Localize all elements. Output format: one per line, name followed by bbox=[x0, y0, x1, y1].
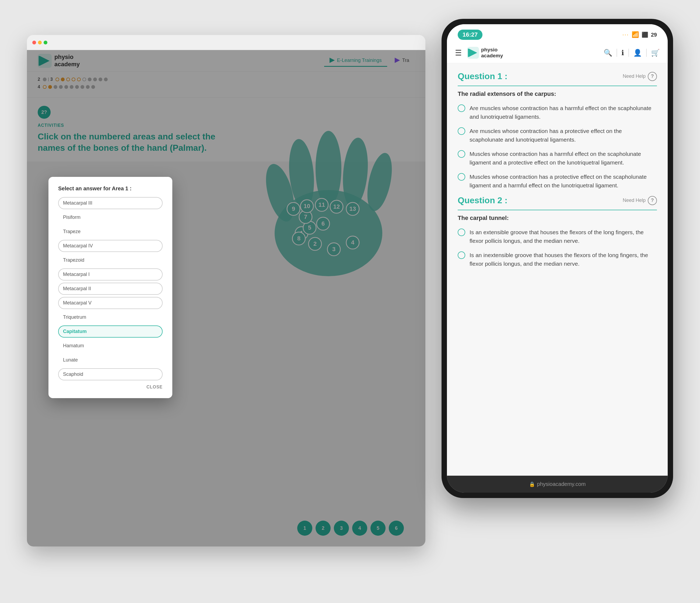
answer-option-1-3[interactable]: Muscles whose contraction has a harmful … bbox=[458, 150, 657, 167]
phone-screen: 16:27 ··· 📶 ⬛ 29 ☰ bbox=[447, 24, 668, 493]
answer-modal: Select an answer for Area 1 : Metacarpal… bbox=[48, 177, 172, 398]
desktop-browser: physio academy E-Learning Trainings Tra bbox=[27, 35, 425, 547]
lock-icon: 🔒 bbox=[529, 481, 535, 487]
phone-content: Question 1 : Need Help ? The radial exte… bbox=[447, 63, 668, 476]
phone-logo-text: physio academy bbox=[481, 47, 503, 59]
phone-logo[interactable]: physio academy bbox=[467, 47, 503, 59]
radio-1-1[interactable] bbox=[458, 104, 465, 112]
modal-option-metacarpal4[interactable]: Metacarpal IV bbox=[58, 240, 162, 252]
answer-text-2-2: Is an inextensible groove that houses th… bbox=[470, 251, 657, 268]
modal-option-metacarpal3[interactable]: Metacarpal III bbox=[58, 197, 162, 209]
phone-status-bar: 16:27 ··· 📶 ⬛ 29 bbox=[447, 24, 668, 43]
radio-2-1[interactable] bbox=[458, 229, 465, 236]
help-circle-icon-2: ? bbox=[648, 196, 657, 205]
question-1-title: Question 1 : bbox=[458, 71, 507, 81]
answer-text-1-1: Are muscles whose contraction has a harm… bbox=[470, 104, 657, 121]
footer-url: physioacademy.com bbox=[537, 481, 586, 487]
browser-window-controls bbox=[32, 41, 47, 44]
modal-option-triquetrum[interactable]: Triquetrum bbox=[58, 311, 162, 323]
modal-option-metacarpal2[interactable]: Metacarpal II bbox=[58, 283, 162, 295]
modal-option-hamatum[interactable]: Hamatum bbox=[58, 340, 162, 352]
radio-1-3[interactable] bbox=[458, 150, 465, 158]
modal-option-capitatum[interactable]: Capitatum bbox=[58, 325, 162, 337]
status-time: 16:27 bbox=[458, 30, 482, 40]
mobile-phone: 16:27 ··· 📶 ⬛ 29 ☰ bbox=[442, 19, 673, 498]
nav-divider bbox=[646, 49, 647, 57]
modal-option-metacarpal1[interactable]: Metacarpal I bbox=[58, 268, 162, 280]
modal-option-metacarpal5[interactable]: Metacarpal V bbox=[58, 297, 162, 309]
cart-icon[interactable]: 🛒 bbox=[651, 49, 659, 57]
search-icon[interactable]: 🔍 bbox=[604, 49, 612, 57]
phone-nav-icons: 🔍 ℹ 👤 🛒 bbox=[604, 49, 659, 57]
info-icon[interactable]: ℹ bbox=[621, 49, 624, 57]
status-icons: ··· 📶 ⬛ 29 bbox=[622, 31, 657, 38]
phone-logo-icon bbox=[467, 47, 479, 59]
modal-option-pisiform[interactable]: Pisiform bbox=[58, 211, 162, 223]
browser-content: physio academy E-Learning Trainings Tra bbox=[27, 50, 425, 547]
phone-nav: ☰ physio academy 🔍 ℹ bbox=[447, 43, 668, 63]
answer-text-1-3: Muscles whose contraction has a harmful … bbox=[470, 150, 657, 167]
modal-option-trapezoid[interactable]: Trapezoid bbox=[58, 254, 162, 266]
answer-option-1-1[interactable]: Are muscles whose contraction has a harm… bbox=[458, 104, 657, 121]
question-1-subtitle: The radial extensors of the carpus: bbox=[458, 91, 657, 97]
wifi-icon: 📶 bbox=[632, 31, 639, 38]
radio-1-2[interactable] bbox=[458, 127, 465, 135]
question-2-title: Question 2 : bbox=[458, 196, 507, 205]
need-help-2-button[interactable]: Need Help ? bbox=[623, 196, 657, 205]
phone-footer: 🔒 physioacademy.com bbox=[447, 476, 668, 493]
modal-overlay: Select an answer for Area 1 : Metacarpal… bbox=[27, 50, 425, 547]
question-2-header: Question 2 : Need Help ? bbox=[458, 196, 657, 210]
modal-option-lunate[interactable]: Lunate bbox=[58, 354, 162, 366]
radio-1-4[interactable] bbox=[458, 173, 465, 181]
question-2-subtitle: The carpal tunnel: bbox=[458, 215, 657, 222]
hamburger-menu-icon[interactable]: ☰ bbox=[455, 48, 462, 57]
answer-option-1-4[interactable]: Muscles whose contraction has a protecti… bbox=[458, 173, 657, 190]
nav-divider bbox=[617, 49, 617, 57]
need-help-1-label: Need Help bbox=[623, 74, 646, 79]
browser-bar bbox=[27, 35, 425, 50]
answer-text-1-2: Are muscles whose contraction has a prot… bbox=[470, 127, 657, 144]
question-1-header: Question 1 : Need Help ? bbox=[458, 71, 657, 86]
answer-text-1-4: Muscles whose contraction has a protecti… bbox=[470, 173, 657, 190]
user-icon[interactable]: 👤 bbox=[633, 49, 642, 57]
modal-title: Select an answer for Area 1 : bbox=[58, 185, 162, 192]
battery-level: 29 bbox=[651, 32, 657, 38]
answer-option-2-2[interactable]: Is an inextensible groove that houses th… bbox=[458, 251, 657, 268]
radio-2-2[interactable] bbox=[458, 251, 465, 259]
scene: physio academy E-Learning Trainings Tra bbox=[27, 19, 673, 584]
close-window-button[interactable] bbox=[32, 41, 36, 44]
maximize-window-button[interactable] bbox=[44, 41, 47, 44]
need-help-2-label: Need Help bbox=[623, 198, 646, 203]
modal-option-scaphoid[interactable]: Scaphoid bbox=[58, 368, 162, 380]
answer-option-2-1[interactable]: Is an extensible groove that houses the … bbox=[458, 228, 657, 245]
answer-option-1-2[interactable]: Are muscles whose contraction has a prot… bbox=[458, 127, 657, 144]
help-circle-icon-1: ? bbox=[648, 72, 657, 81]
answer-text-2-1: Is an extensible groove that houses the … bbox=[470, 228, 657, 245]
nav-divider bbox=[628, 49, 629, 57]
need-help-1-button[interactable]: Need Help ? bbox=[623, 72, 657, 81]
modal-close-button[interactable]: CLOSE bbox=[58, 385, 162, 390]
modal-option-trapeze[interactable]: Trapeze bbox=[58, 226, 162, 238]
minimize-window-button[interactable] bbox=[38, 41, 42, 44]
battery-icon: ⬛ bbox=[642, 31, 648, 38]
signal-dots-icon: ··· bbox=[622, 31, 629, 38]
